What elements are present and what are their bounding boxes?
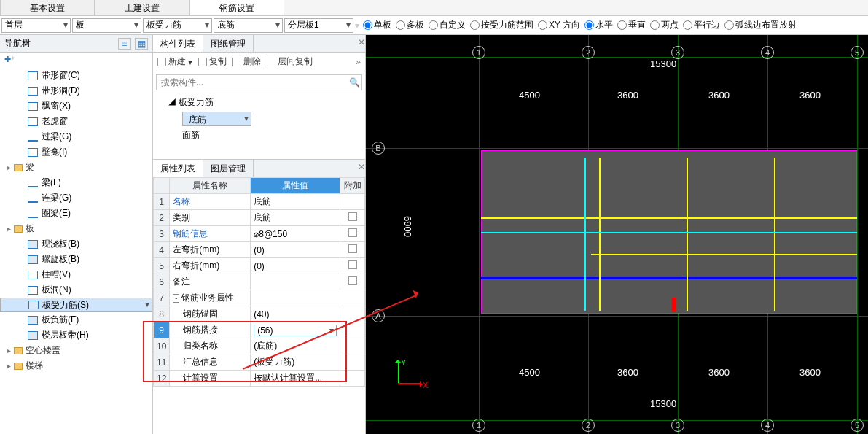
new-button[interactable]: 新建 ▾ (157, 55, 192, 68)
checkbox[interactable] (348, 276, 357, 285)
sel-category[interactable]: 板 (72, 18, 141, 33)
add-node-icon[interactable]: ✚⁺ (4, 55, 148, 64)
prop-row[interactable]: 3钢筋信息⌀8@150 (154, 226, 365, 242)
prop-value[interactable]: ⌀8@150 (251, 226, 340, 242)
tree-item[interactable]: 过梁(G) (0, 129, 152, 144)
tree-item[interactable]: 楼层板带(H) (0, 328, 152, 343)
search-box: 🔍 (156, 74, 362, 90)
tree-group-hollow[interactable]: 空心楼盖 (0, 343, 152, 358)
tree-group-slab[interactable]: 板 (0, 221, 152, 236)
tree-item[interactable]: 板洞(N) (0, 282, 152, 298)
tree-item[interactable]: 板受力筋(S) (0, 298, 152, 312)
tree-item[interactable]: 老虎窗 (0, 114, 152, 129)
tree-item[interactable]: 板负筋(F) (0, 312, 152, 328)
radio-4[interactable]: XY 方向 (538, 19, 580, 31)
radio-8[interactable]: 平行边 (683, 19, 720, 31)
prop-value[interactable]: 底筋 (251, 210, 340, 226)
dim-span-3b: 3600 (708, 367, 730, 378)
prop-row[interactable]: 4左弯折(mm)(0) (154, 242, 365, 258)
radio-7[interactable]: 两点 (650, 19, 679, 31)
component-pane: 构件列表 图纸管理 ✕ 新建 ▾ 复制 删除 层间复制 » 🔍 ◢ 板受力筋 底… (153, 35, 366, 434)
prop-row[interactable]: 10 归类名称(底筋) (154, 338, 365, 354)
checkbox[interactable] (348, 244, 357, 253)
layer-copy-button[interactable]: 层间复制 (267, 55, 313, 68)
tree-item[interactable]: 梁(L) (0, 175, 152, 190)
prop-row[interactable]: 5右弯折(mm)(0) (154, 258, 365, 274)
dim-span-3: 3600 (708, 90, 730, 101)
comp-root[interactable]: ◢ 板受力筋 (165, 95, 365, 110)
tab-layer-mgmt[interactable]: 图层管理 (203, 160, 254, 177)
close-prop-icon[interactable]: ✕ (355, 160, 365, 177)
item-icon (28, 117, 38, 126)
radio-1[interactable]: 多板 (396, 19, 424, 31)
sel-subtype[interactable]: 底筋 (214, 18, 283, 33)
tree-item[interactable]: 带形洞(D) (0, 83, 152, 98)
col-extra: 附加 (340, 178, 365, 194)
prop-row[interactable]: 7-钢筋业务属性 (154, 290, 365, 306)
tree-group-stair[interactable]: 楼梯 (0, 358, 152, 373)
prop-row[interactable]: 1名称底筋 (154, 194, 365, 210)
grid-row-b: B (372, 142, 385, 155)
tree-item[interactable]: 带形窗(C) (0, 68, 152, 83)
item-icon (28, 331, 38, 340)
prop-value[interactable] (251, 274, 340, 290)
close-pane-icon[interactable]: ✕ (355, 35, 365, 52)
nav-tree: 带形窗(C)带形洞(D)飘窗(X)老虎窗过梁(G)壁龛(I)梁梁(L)连梁(G)… (0, 66, 152, 434)
tab-basic[interactable]: 基本设置 (0, 0, 95, 15)
folder-icon (14, 164, 23, 171)
list-view-icon[interactable]: ≡ (118, 38, 131, 50)
tree-item[interactable]: 柱帽(V) (0, 267, 152, 282)
checkbox[interactable] (348, 260, 357, 269)
component-toolbar: 新建 ▾ 复制 删除 层间复制 » (153, 53, 365, 71)
delete-button[interactable]: 删除 (232, 55, 261, 68)
prop-value[interactable]: (0) (251, 242, 340, 258)
tree-item[interactable]: 螺旋板(B) (0, 252, 152, 267)
comp-top[interactable]: 面筋 (179, 128, 365, 143)
tree-group-beam[interactable]: 梁 (0, 160, 152, 175)
comp-bottom[interactable]: 底筋 (182, 112, 251, 126)
tree-item[interactable]: 飘窗(X) (0, 98, 152, 114)
dim-span-4: 3600 (799, 90, 821, 101)
radio-2[interactable]: 自定义 (429, 19, 466, 31)
radio-9[interactable]: 弧线边布置放射 (724, 19, 797, 31)
prop-row[interactable]: 12 计算设置按默认计算设置... (154, 371, 365, 387)
item-icon (28, 316, 38, 325)
folder-icon (14, 347, 23, 354)
checkbox[interactable] (348, 228, 357, 237)
radio-5[interactable]: 水平 (584, 19, 613, 31)
prop-value[interactable]: 底筋 (251, 194, 340, 210)
prop-value[interactable]: 按默认计算设置... (251, 371, 340, 387)
sel-component[interactable]: 板受力筋 (143, 18, 212, 33)
grid-view-icon[interactable]: ▦ (135, 38, 148, 50)
tree-item[interactable]: 壁龛(I) (0, 144, 152, 160)
prop-row[interactable]: 2类别底筋 (154, 210, 365, 226)
copy-button[interactable]: 复制 (198, 55, 227, 68)
tab-rebar[interactable]: 钢筋设置 (189, 0, 284, 15)
nav-title: 导航树 (4, 37, 31, 50)
search-icon[interactable]: 🔍 (347, 77, 361, 88)
tab-civil[interactable]: 土建设置 (95, 0, 189, 15)
prop-value[interactable]: (40) (251, 306, 340, 322)
folder-icon (14, 225, 23, 233)
radio-3[interactable]: 按受力筋范围 (470, 19, 533, 31)
sel-layer[interactable]: 分层板1 (284, 18, 353, 33)
dim-span-1: 4500 (519, 90, 540, 101)
search-input[interactable] (157, 77, 347, 88)
radio-0[interactable]: 单板 (363, 19, 391, 31)
drawing-canvas[interactable]: 1 2 3 4 5 1 2 3 4 5 A B 15300 15300 4500… (366, 35, 868, 434)
prop-row[interactable]: 8 钢筋锚固(40) (154, 306, 365, 322)
tab-properties[interactable]: 属性列表 (153, 160, 203, 177)
tree-item[interactable]: 现浇板(B) (0, 236, 152, 252)
tab-drawing-mgmt[interactable]: 图纸管理 (203, 35, 254, 52)
prop-value[interactable]: (板受力筋) (251, 354, 340, 371)
property-pane: 属性列表 图层管理 ✕ 属性名称 属性值 附加 1名称底筋2类别底筋3钢筋信息⌀… (153, 159, 365, 434)
sel-floor[interactable]: 首层 (1, 18, 71, 33)
tab-component-list[interactable]: 构件列表 (153, 35, 203, 52)
checkbox[interactable] (348, 212, 357, 221)
component-tree: ◢ 板受力筋 底筋 面筋 (153, 93, 365, 159)
prop-row[interactable]: 6备注 (154, 274, 365, 290)
prop-value[interactable]: (0) (251, 258, 340, 274)
tree-item[interactable]: 连梁(G) (0, 190, 152, 206)
radio-6[interactable]: 垂直 (617, 19, 646, 31)
tree-item[interactable]: 圈梁(E) (0, 206, 152, 221)
